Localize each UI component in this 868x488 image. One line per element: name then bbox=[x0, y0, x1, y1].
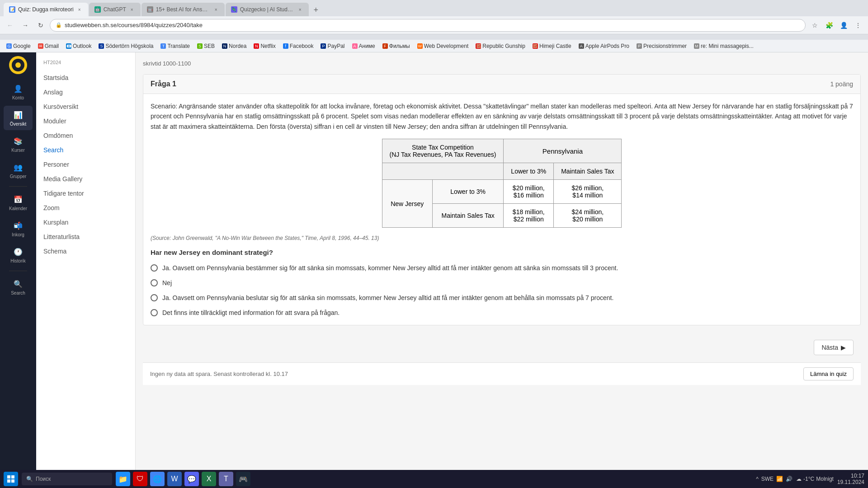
submit-quiz-button[interactable]: Lämna in quiz bbox=[803, 367, 854, 380]
bookmark-favicon-facebook: f bbox=[283, 43, 288, 49]
quiz-status-text: Ingen ny data att spara. Senast kontroll… bbox=[150, 371, 288, 377]
course-nav-tidigare-tentor[interactable]: Tidigare tentor bbox=[36, 186, 135, 201]
taskbar-app-word[interactable]: W bbox=[167, 472, 182, 486]
answer-text-a: Ja. Oavsett om Pennsylvania bestämmer si… bbox=[162, 263, 618, 273]
lms-nav-courses[interactable]: 📚 Kurser bbox=[4, 132, 33, 156]
lms-nav-overview[interactable]: 📊 Översikt bbox=[4, 106, 33, 130]
course-nav-omdomen[interactable]: Omdömen bbox=[36, 128, 135, 143]
bookmark-favicon-outlook: 📧 bbox=[66, 43, 71, 49]
bookmark-button[interactable]: ☆ bbox=[808, 19, 821, 32]
bookmark-webdev[interactable]: W Web Development bbox=[415, 42, 472, 50]
course-nav-kursplan[interactable]: Kursplan bbox=[36, 215, 135, 230]
bookmark-netflix[interactable]: N Netflix bbox=[251, 42, 278, 50]
course-nav-litteraturlista[interactable]: Litteraturlista bbox=[36, 230, 135, 244]
bookmark-label-nordea: Nordea bbox=[229, 43, 246, 49]
bookmark-favicon-google: G bbox=[6, 43, 12, 49]
table-title-header: State Tax Competition (NJ Tax Revenues, … bbox=[382, 139, 504, 163]
bookmark-favicon-anime: A bbox=[352, 43, 358, 49]
search-icon: 🔍 bbox=[13, 278, 24, 289]
course-nav-schema[interactable]: Schema bbox=[36, 244, 135, 258]
table-title: State Tax Competition bbox=[390, 144, 496, 151]
svg-rect-3 bbox=[11, 479, 14, 483]
bookmark-republic-gunship[interactable]: 🧱 Republic Gunship bbox=[473, 42, 528, 50]
bookmark-himeji[interactable]: 🧱 Himeji Castle bbox=[530, 42, 574, 50]
cell-12-line1: $26 million, bbox=[561, 184, 614, 192]
lms-nav-history[interactable]: 🕐 Historik bbox=[4, 243, 33, 267]
bookmark-seb[interactable]: S SEB bbox=[194, 42, 217, 50]
extensions-button[interactable]: 🧩 bbox=[823, 19, 835, 32]
tab-close-ai[interactable]: × bbox=[213, 6, 219, 13]
taskbar-app-antivirus[interactable]: 🛡 bbox=[133, 472, 147, 486]
bookmark-nordea[interactable]: N Nordea bbox=[219, 42, 249, 50]
tab-close-quizgecko[interactable]: × bbox=[297, 6, 303, 13]
taskbar-app-discord[interactable]: 💬 bbox=[184, 472, 199, 486]
bookmark-anime[interactable]: A Аниме bbox=[349, 42, 378, 50]
course-nav-moduler[interactable]: Moduler bbox=[36, 114, 135, 128]
bookmark-label-paypal: PayPal bbox=[327, 43, 344, 49]
lms-nav-inbox[interactable]: 📬 Inkorg bbox=[4, 216, 33, 241]
taskbar-app-file-explorer[interactable]: 📁 bbox=[116, 472, 130, 486]
tab-quiz[interactable]: 📝 Quiz: Dugga mikroteori × bbox=[4, 3, 88, 16]
bookmark-favicon-translate: T bbox=[160, 43, 166, 49]
course-nav-startsida[interactable]: Startsida bbox=[36, 70, 135, 85]
tab-chatgpt[interactable]: 🤖 ChatGPT × bbox=[89, 3, 141, 16]
radio-btn-d[interactable] bbox=[151, 309, 158, 316]
cell-12-line2: $14 million bbox=[561, 192, 614, 199]
course-nav-kursoversikt[interactable]: Kursöversikt bbox=[36, 99, 135, 114]
lms-nav-calendar-label: Kalender bbox=[9, 206, 27, 211]
tab-close-quiz[interactable]: × bbox=[76, 6, 83, 13]
course-nav-personer[interactable]: Personer bbox=[36, 157, 135, 172]
radio-btn-b[interactable] bbox=[151, 279, 158, 286]
bookmark-massage[interactable]: M re: Mini massagepis... bbox=[691, 42, 756, 50]
radio-btn-a[interactable] bbox=[151, 264, 158, 272]
course-nav-anslag[interactable]: Anslag bbox=[36, 85, 135, 99]
bookmark-translate[interactable]: T Translate bbox=[158, 42, 193, 50]
back-button[interactable]: ← bbox=[4, 19, 16, 32]
tab-quizgecko[interactable]: 🦎 Quizgecko | AI Study Tools... × bbox=[226, 3, 309, 16]
bookmark-airpods[interactable]: A Apple AirPods Pro bbox=[576, 42, 632, 50]
next-button-label: Nästa bbox=[821, 344, 838, 351]
radio-btn-c[interactable] bbox=[151, 294, 158, 301]
lms-nav-calendar[interactable]: 📅 Kalender bbox=[4, 190, 33, 215]
profile-button[interactable]: 👤 bbox=[837, 19, 850, 32]
course-nav-media-gallery[interactable]: Media Gallery bbox=[36, 172, 135, 186]
tab-close-chatgpt[interactable]: × bbox=[129, 6, 135, 13]
question-card: Fråga 1 1 poäng Scenario: Angränsande st… bbox=[143, 74, 861, 325]
bookmark-gmail[interactable]: ✉ Gmail bbox=[35, 42, 61, 50]
writing-time: skrivtid 1000-1100 bbox=[143, 60, 191, 67]
taskbar-app-excel[interactable]: X bbox=[202, 472, 216, 486]
bookmark-label-anime: Аниме bbox=[359, 43, 375, 49]
cell-22: $24 million, $20 million bbox=[554, 204, 622, 228]
taskbar-app-steam[interactable]: 🎮 bbox=[236, 472, 250, 486]
next-button[interactable]: Nästa ▶ bbox=[814, 340, 854, 355]
cell-22-line1: $24 million, bbox=[561, 208, 614, 216]
bookmark-films[interactable]: F Фильмы bbox=[380, 42, 413, 50]
tray-arrow[interactable]: ^ bbox=[756, 476, 759, 482]
bookmark-sodertorn[interactable]: S Södertörn Högskola bbox=[96, 42, 156, 50]
lms-nav-search[interactable]: 🔍 Search bbox=[4, 275, 33, 299]
cell-11-line1: $20 million, bbox=[511, 184, 546, 192]
menu-button[interactable]: ⋮ bbox=[852, 19, 864, 32]
forward-button[interactable]: → bbox=[19, 19, 32, 32]
taskbar-app-teams[interactable]: T bbox=[219, 472, 233, 486]
address-bar[interactable]: 🔒 studiewebben.sh.se/courses/8984/quizze… bbox=[50, 19, 806, 32]
start-button[interactable] bbox=[4, 472, 18, 486]
course-nav-search[interactable]: Search bbox=[36, 143, 135, 157]
taskbar-app-browser[interactable]: 🌐 bbox=[150, 472, 165, 486]
course-nav-zoom[interactable]: Zoom bbox=[36, 201, 135, 215]
bookmark-google[interactable]: G Google bbox=[4, 42, 33, 50]
taskbar-search[interactable]: 🔍 Поиск bbox=[22, 473, 112, 485]
lms-nav-account[interactable]: 👤 Konto bbox=[4, 80, 33, 104]
bookmark-precision[interactable]: P Precisionstrimmer bbox=[634, 42, 689, 50]
lms-nav-groups[interactable]: 👥 Grupper bbox=[4, 158, 33, 183]
volume-icon: 🔊 bbox=[786, 476, 793, 482]
tab-ai[interactable]: 🤖 15+ Best AI for Answering... × bbox=[142, 3, 225, 16]
weather-temp: -1°C bbox=[803, 476, 814, 482]
new-tab-button[interactable]: + bbox=[310, 4, 322, 16]
answer-text-c: Ja. Oavsett om Pennsylvania beslutar sig… bbox=[162, 293, 613, 303]
bookmark-outlook[interactable]: 📧 Outlook bbox=[63, 42, 94, 50]
reload-button[interactable]: ↻ bbox=[34, 19, 47, 32]
bookmark-paypal[interactable]: P PayPal bbox=[318, 42, 347, 50]
bookmark-facebook[interactable]: f Facebook bbox=[280, 42, 316, 50]
question-main-text: Har new Jersey en dominant strategi? bbox=[151, 249, 853, 256]
